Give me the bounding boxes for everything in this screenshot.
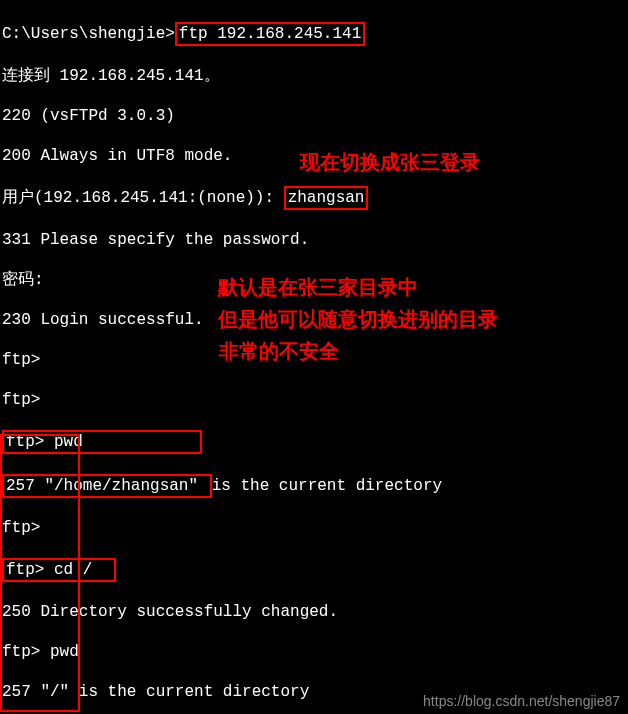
- username-highlight: zhangsan: [284, 186, 369, 210]
- output-line: 250 Directory successfully changed.: [2, 602, 626, 622]
- ftp-prompt: ftp>: [2, 390, 626, 410]
- output-line: 连接到 192.168.245.141。: [2, 66, 626, 86]
- output-line: 220 (vsFTPd 3.0.3): [2, 106, 626, 126]
- annotation-homedir: 默认是在张三家目录中: [218, 275, 418, 300]
- prompt: C:\Users\shengjie>: [2, 25, 175, 43]
- watermark: https://blog.csdn.net/shengjie87: [423, 693, 620, 711]
- annotation-switch: 但是他可以随意切换进别的目录: [218, 307, 498, 332]
- output-line: 331 Please specify the password.: [2, 230, 626, 250]
- ftp-prompt: ftp>: [2, 518, 626, 538]
- annotation-unsafe: 非常的不安全: [219, 339, 339, 364]
- annotation-login: 现在切换成张三登录: [300, 150, 480, 175]
- output-line: 用户(192.168.245.141:(none)):: [2, 189, 284, 207]
- dir-listing-highlight: [0, 434, 80, 712]
- cmd-highlight-ftp: ftp 192.168.245.141: [175, 22, 365, 46]
